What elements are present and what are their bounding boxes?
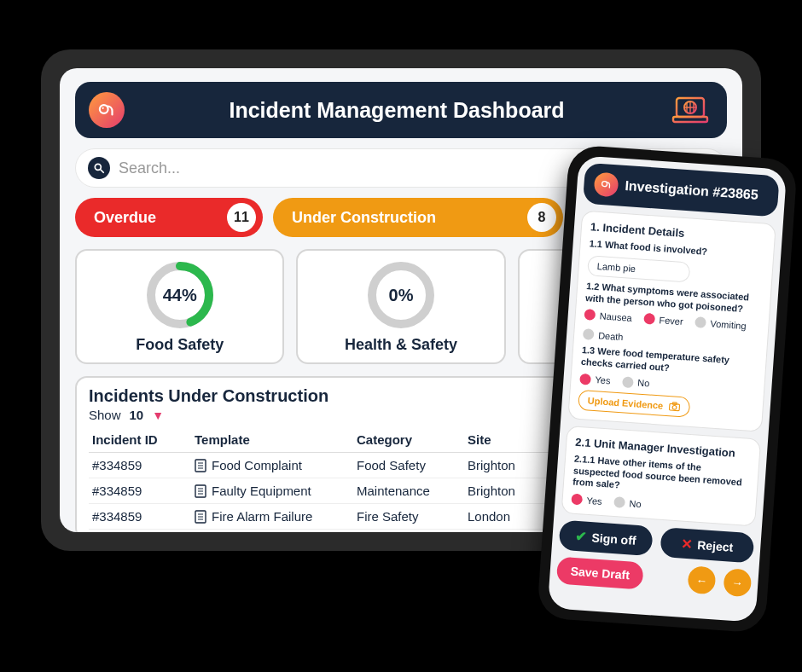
radio-option[interactable]: Death: [583, 328, 624, 342]
svg-point-1: [102, 107, 104, 109]
sign-off-button[interactable]: ✔ Sign off: [559, 520, 654, 557]
svg-line-6: [101, 170, 104, 173]
radio-icon: [571, 493, 583, 505]
upload-label: Upload Evidence: [587, 395, 663, 410]
donut-percent: 0%: [365, 259, 437, 331]
donut-label: Food Safety: [136, 336, 224, 354]
cell-template: Food Complaint: [191, 453, 353, 478]
page-title: Incident Management Dashboard: [137, 98, 657, 123]
donut-card-food-safety[interactable]: 44% Food Safety: [75, 249, 284, 364]
option-label: Vomiting: [710, 318, 747, 331]
svg-point-27: [672, 405, 677, 409]
signoff-label: Sign off: [591, 530, 636, 547]
reject-label: Reject: [697, 537, 734, 553]
radio-option[interactable]: No: [622, 376, 650, 389]
filter-pill-overdue[interactable]: Overdue 11: [75, 198, 263, 237]
radio-icon: [643, 313, 655, 325]
upload-evidence-button[interactable]: Upload Evidence: [578, 390, 690, 418]
options-1-2: NauseaFeverVomitingDeath: [583, 309, 760, 351]
radio-option[interactable]: Fever: [643, 313, 683, 327]
option-label: Nausea: [599, 310, 632, 323]
option-label: Yes: [586, 495, 602, 506]
answer-food-involved[interactable]: Lamb pie: [587, 255, 690, 282]
cell-template: Fire Alarm Failure: [191, 504, 353, 530]
cell-incident-id: #334859: [89, 478, 191, 504]
donut-chart: 44%: [144, 259, 216, 331]
radio-icon: [584, 309, 596, 321]
reject-button[interactable]: ✕ Reject: [660, 527, 754, 564]
option-label: Death: [598, 330, 624, 342]
nav-prev-button[interactable]: ←: [687, 565, 716, 594]
pill-label: Overdue: [94, 209, 213, 227]
donut-card-health-safety[interactable]: 0% Health & Safety: [296, 249, 505, 364]
col-incident-id[interactable]: Incident ID: [89, 427, 191, 453]
radio-option[interactable]: Yes: [579, 374, 611, 386]
radio-option[interactable]: Vomiting: [694, 316, 747, 331]
pill-count-badge: 8: [527, 203, 556, 232]
radio-option[interactable]: Nausea: [584, 309, 632, 323]
col-template[interactable]: Template: [191, 427, 353, 453]
document-icon: [195, 510, 206, 524]
show-label: Show: [89, 408, 121, 422]
option-label: No: [637, 378, 650, 389]
donut-label: Health & Safety: [345, 336, 457, 354]
svg-rect-3: [673, 117, 707, 122]
arrow-left-icon: ←: [695, 573, 707, 587]
elephant-icon: [599, 177, 613, 192]
search-icon: [88, 157, 110, 179]
check-icon: ✔: [575, 528, 587, 545]
donut-chart: 0%: [365, 259, 437, 331]
radio-icon: [583, 328, 595, 340]
pill-count-badge: 11: [227, 203, 256, 232]
radio-icon: [694, 316, 706, 328]
option-label: Yes: [595, 374, 611, 385]
document-icon: [195, 484, 206, 498]
cell-template: Faulty Equipment: [191, 478, 353, 504]
nav-next-button[interactable]: →: [723, 568, 752, 597]
app-logo: [89, 92, 125, 128]
chevron-down-icon: ▼: [152, 408, 164, 422]
cell-category: Maintenance: [353, 478, 464, 504]
elephant-icon: [96, 99, 118, 121]
pill-label: Under Construction: [292, 209, 514, 227]
question-2-1-1: 2.1.1 Have other items of the suspected …: [572, 453, 750, 501]
col-site[interactable]: Site: [464, 427, 558, 453]
svg-point-25: [602, 181, 607, 186]
radio-icon: [613, 496, 625, 508]
filter-pill-under-construction[interactable]: Under Construction 8: [273, 198, 563, 237]
camera-icon: [668, 401, 681, 412]
phone-device-frame: Investigation #23865 1. Incident Details…: [537, 144, 798, 633]
col-category[interactable]: Category: [353, 427, 464, 453]
unit-manager-card: 2.1 Unit Manager Investigation 2.1.1 Hav…: [561, 426, 762, 527]
app-logo: [594, 171, 619, 197]
save-draft-button[interactable]: Save Draft: [556, 557, 644, 590]
app-header: Incident Management Dashboard: [75, 82, 727, 138]
action-buttons-row: ✔ Sign off ✕ Reject: [559, 520, 755, 564]
laptop-globe-icon: [669, 93, 713, 127]
phone-header: Investigation #23865: [583, 163, 780, 217]
radio-icon: [622, 376, 634, 388]
donut-percent: 44%: [144, 259, 216, 331]
radio-icon: [579, 374, 591, 385]
x-icon: ✕: [681, 536, 693, 553]
show-value: 10: [130, 408, 144, 422]
incident-details-card: 1. Incident Details 1.1 What food is inv…: [567, 211, 776, 432]
radio-option[interactable]: Yes: [571, 493, 602, 506]
cell-category: Food Safety: [353, 453, 464, 478]
arrow-right-icon: →: [731, 576, 743, 589]
cell-site: Brighton: [464, 453, 558, 478]
investigation-title: Investigation #23865: [625, 178, 758, 203]
cell-site: Brighton: [464, 478, 558, 504]
document-icon: [195, 459, 206, 472]
option-label: Fever: [659, 315, 683, 327]
cell-incident-id: #334859: [89, 453, 191, 478]
footer-row: Save Draft ← →: [556, 557, 753, 598]
radio-option[interactable]: No: [613, 496, 642, 509]
option-label: No: [629, 498, 642, 509]
cell-category: Fire Safety: [353, 504, 464, 530]
phone-screen: Investigation #23865 1. Incident Details…: [548, 155, 787, 623]
cell-incident-id: #334859: [89, 504, 191, 530]
